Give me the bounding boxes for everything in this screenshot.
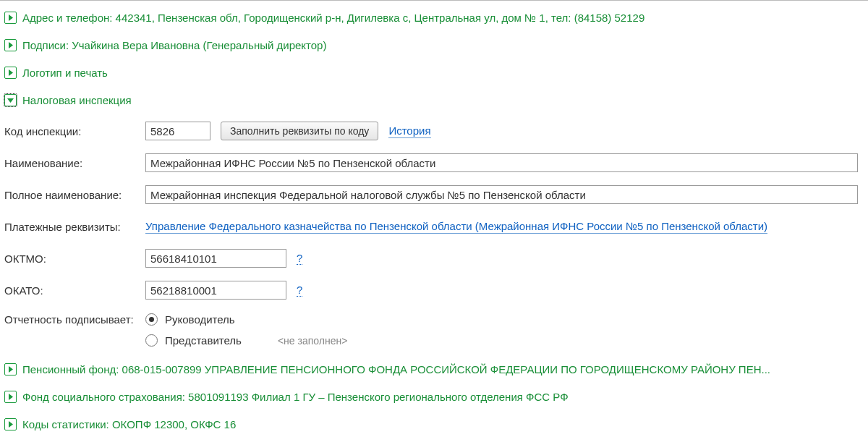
section-row-pension: Пенсионный фонд: 068-015-007899 УПРАВЛЕН… xyxy=(4,355,864,383)
radio-signer-head[interactable] xyxy=(145,313,158,326)
inspection-full-name-input[interactable] xyxy=(145,185,858,204)
expand-icon[interactable] xyxy=(4,12,17,24)
expand-icon[interactable] xyxy=(4,418,17,430)
history-link[interactable]: История xyxy=(388,124,430,139)
section-row-fss: Фонд социального страхования: 5801091193… xyxy=(4,383,864,410)
section-row-tax: Налоговая инспекция xyxy=(4,86,864,114)
label-oktmo: ОКТМО: xyxy=(4,251,145,266)
help-icon[interactable]: ? xyxy=(297,284,302,297)
section-row-logo: Логотип и печать xyxy=(4,59,864,86)
label-okato: ОКАТО: xyxy=(4,283,145,297)
expand-icon[interactable] xyxy=(4,363,17,376)
expand-icon[interactable] xyxy=(4,39,17,51)
section-link-logo[interactable]: Логотип и печать xyxy=(22,67,864,79)
section-row-signers: Подписи: Учайкина Вера Ивановна (Генерал… xyxy=(4,31,864,59)
label-name: Наименование: xyxy=(4,156,145,170)
section-link-stats[interactable]: Коды статистики: ОКОПФ 12300, ОКФС 16 xyxy=(22,418,864,430)
collapse-icon[interactable] xyxy=(4,94,17,106)
section-link-signers[interactable]: Подписи: Учайкина Вера Ивановна (Генерал… xyxy=(22,39,864,51)
label-full-name: Полное наименование: xyxy=(4,187,145,202)
section-link-tax[interactable]: Налоговая инспекция xyxy=(22,94,864,106)
label-pay-details: Платежные реквизиты: xyxy=(4,219,145,234)
label-code: Код инспекции: xyxy=(4,124,145,138)
section-row-address: Адрес и телефон: 442341, Пензенская обл,… xyxy=(4,4,864,31)
section-link-pension[interactable]: Пенсионный фонд: 068-015-007899 УПРАВЛЕН… xyxy=(22,363,864,376)
expand-icon[interactable] xyxy=(4,67,17,79)
label-signer: Отчетность подписывает: xyxy=(4,312,145,326)
inspection-name-input[interactable] xyxy=(145,153,858,172)
fill-by-code-button[interactable]: Заполнить реквизиты по коду xyxy=(221,122,378,140)
inspection-code-input[interactable] xyxy=(145,122,210,140)
section-link-address[interactable]: Адрес и телефон: 442341, Пензенская обл,… xyxy=(22,12,864,24)
radio-signer-rep[interactable] xyxy=(145,334,158,347)
oktmo-input[interactable] xyxy=(145,249,286,268)
section-row-stats: Коды статистики: ОКОПФ 12300, ОКФС 16 xyxy=(4,410,864,437)
okato-input[interactable] xyxy=(145,281,286,300)
help-icon[interactable]: ? xyxy=(297,252,302,265)
radio-label-rep: Представитель xyxy=(165,334,242,347)
expand-icon[interactable] xyxy=(4,391,17,403)
payment-details-link[interactable]: Управление Федерального казначейства по … xyxy=(145,219,767,234)
radio-label-head: Руководитель xyxy=(165,313,235,326)
section-link-fss[interactable]: Фонд социального страхования: 5801091193… xyxy=(22,391,864,403)
rep-empty-hint: <не заполнен> xyxy=(278,335,347,347)
tax-form: Код инспекции: Заполнить реквизиты по ко… xyxy=(4,114,864,355)
